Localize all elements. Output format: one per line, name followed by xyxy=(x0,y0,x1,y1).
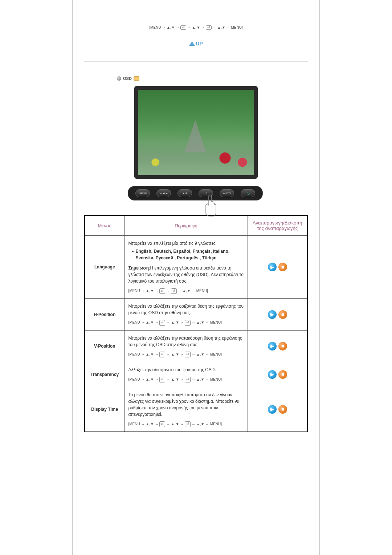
language-list-text: English, Deutsch, Español, Français, Ita… xyxy=(136,248,244,261)
desc-vposition: Μπορείτε να αλλάξετε την κατακόρυφη θέση… xyxy=(124,330,248,362)
nav-contrast-button[interactable]: ▲✳ xyxy=(177,189,192,197)
actions-cell: ▶ ■ xyxy=(248,387,307,432)
enter-key-icon: ⏎ xyxy=(159,288,165,294)
actions-cell: ▶ ■ xyxy=(248,236,307,299)
desc-text: Μπορείτε να επιλέξετε μία από τις 9 γλώσ… xyxy=(128,240,244,247)
nav-suffix: → ▲,▼ → MENU] xyxy=(191,377,222,381)
table-row: Transparency Αλλάξτε την αδιαφάνεια του … xyxy=(85,362,307,387)
monitor-frame xyxy=(134,86,258,179)
table-row: Language Μπορείτε να επιλέξετε μία από τ… xyxy=(85,236,307,299)
osd-label: OSD xyxy=(123,76,132,81)
desc-transparency: Αλλάξτε την αδιαφάνεια του φόντου της OS… xyxy=(124,362,248,387)
auto-button[interactable]: AUTO xyxy=(220,189,234,197)
table-row: V-Position Μπορείτε να αλλάξετε την κατα… xyxy=(85,330,307,362)
arrow-up-icon xyxy=(189,41,195,46)
nav-path: [MENU → ▲,▼ → ⏎ → ▲,▼ → ⏎ → ▲,▼ → MENU] xyxy=(128,352,244,357)
actions-cell: ▶ ■ xyxy=(248,330,307,362)
top-nav-sequence: [MENU → ▲,▼ → ⏎ → ▲,▼ → ⏎ → ▲,▼ → MENU] xyxy=(84,25,308,30)
play-icon[interactable]: ▶ xyxy=(268,405,277,414)
nav-mid: → xyxy=(165,289,171,293)
nav-suffix: → ▲,▼ → MENU] xyxy=(191,320,222,324)
nav-suffix: → ▲,▼ → MENU] xyxy=(177,289,208,293)
button-bar-wrap: MENU ▲◄► ▲✳ ⏎ AUTO ⏻ xyxy=(84,186,308,200)
nav-mid: → ▲,▼ → xyxy=(165,377,185,381)
nav-suffix: → ▲,▼ → MENU] xyxy=(191,352,222,356)
nav-path: [MENU → ▲,▼ → ⏎ → ▲,▼ → ⏎ → ▲,▼ → MENU] xyxy=(128,421,244,427)
desc-hposition: Μπορείτε να αλλάξετε την οριζόντια θέση … xyxy=(124,299,248,330)
nav-prefix: [MENU → ▲,▼ → xyxy=(128,422,160,426)
note-block: Σημείωση:Η επιλεγόμενη γλώσσα επηρεάζει … xyxy=(128,265,244,284)
nav-prefix: [MENU → ▲,▼ → xyxy=(128,377,160,381)
stop-icon[interactable]: ■ xyxy=(278,405,287,414)
enter-key-icon: ⏎ xyxy=(171,288,177,294)
nav-path: [MENU → ▲,▼ → ⏎ → ▲,▼ → ⏎ → ▲,▼ → MENU] xyxy=(128,377,244,382)
menu-name-language: Language xyxy=(85,236,124,299)
bullet-icon xyxy=(132,251,134,252)
nav-path: [MENU → ▲,▼ → ⏎ → ▲,▼ → ⏎ → ▲,▼ → MENU] xyxy=(128,320,244,325)
actions-cell: ▶ ■ xyxy=(248,299,307,330)
osd-section-header: OSD xyxy=(117,76,308,81)
menu-name-displaytime: Display Time xyxy=(85,387,124,432)
enter-key-icon: ⏎ xyxy=(185,421,191,427)
power-button[interactable]: ⏻ xyxy=(241,189,255,197)
page-container: [MENU → ▲,▼ → ⏎ → ▲,▼ → ⏎ → ▲,▼ → MENU] … xyxy=(73,0,319,555)
up-button-wrap: UP xyxy=(84,41,308,47)
menu-name-transparency: Transparency xyxy=(85,362,124,387)
osd-color-indicator-icon xyxy=(134,76,139,81)
table-row: Display Time Το μενού θα απενεργοποιηθεί… xyxy=(85,387,307,432)
nav-brightness-button[interactable]: ▲◄► xyxy=(156,189,171,197)
stop-icon[interactable]: ■ xyxy=(278,310,287,319)
desc-language: Μπορείτε να επιλέξετε μία από τις 9 γλώσ… xyxy=(124,236,248,299)
nav-mid: → ▲,▼ → xyxy=(165,352,185,356)
header-playback: Αναπαραγωγή/Διακοπή της αναπαραγωγής xyxy=(248,215,307,236)
desc-text: Μπορείτε να αλλάξετε την οριζόντια θέση … xyxy=(128,303,244,316)
enter-key-icon: ⏎ xyxy=(180,25,186,30)
note-label: Σημείωση xyxy=(128,266,149,271)
enter-key-icon: ⏎ xyxy=(159,320,165,326)
section-bullet-icon xyxy=(117,76,121,81)
enter-key-icon: ⏎ xyxy=(185,377,191,382)
desc-displaytime: Το μενού θα απενεργοποιηθεί αυτόματα αν … xyxy=(124,387,248,432)
menu-button[interactable]: MENU xyxy=(135,189,150,197)
monitor-button-bar: MENU ▲◄► ▲✳ ⏎ AUTO ⏻ xyxy=(128,186,263,200)
enter-key-icon: ⏎ xyxy=(159,352,165,357)
osd-settings-table: Μενού Περιγραφή Αναπαραγωγή/Διακοπή της … xyxy=(84,215,308,432)
play-icon[interactable]: ▶ xyxy=(268,263,277,271)
play-icon[interactable]: ▶ xyxy=(268,342,277,351)
monitor-screen-image xyxy=(138,90,254,175)
stop-icon[interactable]: ■ xyxy=(278,263,287,271)
nav-arrows: ▲,▼ → xyxy=(167,25,180,29)
actions-cell: ▶ ■ xyxy=(248,362,307,387)
menu-name-hposition: H-Position xyxy=(85,299,124,330)
table-row: H-Position Μπορείτε να αλλάξετε την οριζ… xyxy=(85,299,307,330)
play-icon[interactable]: ▶ xyxy=(268,310,277,319)
enter-key-icon: ⏎ xyxy=(159,377,165,382)
nav-mid: → ▲,▼ → xyxy=(165,422,185,426)
stop-icon[interactable]: ■ xyxy=(278,342,287,351)
nav-prefix: [MENU → ▲,▼ → xyxy=(128,352,160,356)
language-list: English, Deutsch, Español, Français, Ita… xyxy=(132,248,244,261)
enter-key-icon: ⏎ xyxy=(185,352,191,357)
play-icon[interactable]: ▶ xyxy=(268,370,277,379)
desc-text: Το μενού θα απενεργοποιηθεί αυτόματα αν … xyxy=(128,392,244,418)
nav-prefix: [MENU → ▲,▼ → xyxy=(128,320,160,324)
nav-prefix: [MENU → ▲,▼ → xyxy=(128,289,160,293)
nav-suffix: → ▲,▼ → MENU] xyxy=(191,422,222,426)
nav-path: [MENU → ▲,▼ → ⏎ → ⏎ → ▲,▼ → MENU] xyxy=(128,288,244,294)
header-description: Περιγραφή xyxy=(124,215,248,236)
divider xyxy=(84,61,308,62)
hand-pointer-icon xyxy=(201,194,219,220)
header-menu: Μενού xyxy=(85,215,124,236)
desc-text: Αλλάξτε την αδιαφάνεια του φόντου της OS… xyxy=(128,366,244,373)
nav-suffix: → ▲,▼ → MENU] xyxy=(212,25,243,29)
enter-key-icon: ⏎ xyxy=(206,25,212,30)
up-button-label: UP xyxy=(196,41,203,46)
enter-key-icon: ⏎ xyxy=(185,320,191,326)
stop-icon[interactable]: ■ xyxy=(278,370,287,379)
up-button[interactable]: UP xyxy=(189,41,203,46)
nav-text: [MENU → xyxy=(149,25,167,29)
desc-text: Μπορείτε να αλλάξετε την κατακόρυφη θέση… xyxy=(128,335,244,348)
enter-key-icon: ⏎ xyxy=(159,421,165,427)
nav-mid: → ▲,▼ → xyxy=(186,25,206,29)
table-header-row: Μενού Περιγραφή Αναπαραγωγή/Διακοπή της … xyxy=(85,215,307,236)
